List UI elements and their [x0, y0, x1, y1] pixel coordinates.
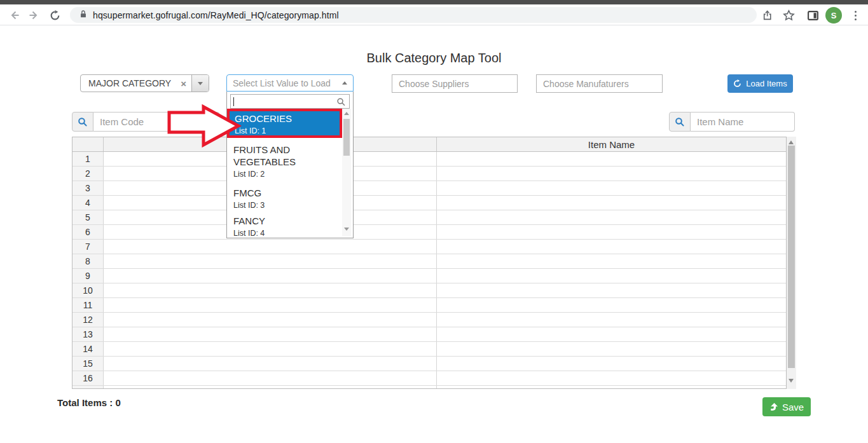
- save-label: Save: [782, 402, 804, 412]
- item-name-cell[interactable]: [437, 342, 786, 356]
- item-name-cell[interactable]: [437, 357, 786, 371]
- items-table: Item Code Item Name 12345678910111213141…: [72, 137, 787, 389]
- screen: hqsupermarket.gofrugal.com/RayMedi_HQ/ca…: [0, 0, 868, 443]
- dropdown-scrollbar[interactable]: [342, 109, 351, 236]
- item-code-cell[interactable]: [104, 342, 437, 356]
- dropdown-search-input[interactable]: [230, 94, 350, 109]
- table-scrollbar[interactable]: [787, 137, 796, 389]
- item-code-cell[interactable]: [104, 254, 437, 268]
- table-row[interactable]: 6: [72, 225, 786, 240]
- bookmark-star-icon[interactable]: [782, 8, 796, 22]
- list-value-select[interactable]: Select List Value to Load: [226, 74, 354, 92]
- row-number-cell: 2: [72, 167, 104, 181]
- share-icon[interactable]: [761, 8, 775, 22]
- option-list-id: List ID: 4: [233, 228, 336, 238]
- item-name-cell[interactable]: [437, 313, 786, 327]
- major-category-select[interactable]: MAJOR CATEGORY ×: [80, 74, 209, 92]
- item-name-cell[interactable]: [437, 254, 786, 268]
- item-code-cell[interactable]: [104, 269, 437, 283]
- table-row[interactable]: 7: [72, 240, 786, 254]
- suppliers-input[interactable]: [392, 74, 518, 93]
- chevron-down-icon[interactable]: [191, 75, 209, 92]
- table-row[interactable]: 11: [72, 298, 786, 313]
- item-name-input[interactable]: [691, 112, 795, 132]
- table-row[interactable]: 1: [72, 152, 786, 167]
- item-code-cell[interactable]: [104, 240, 437, 254]
- item-name-cell[interactable]: [437, 298, 786, 312]
- item-code-cell[interactable]: [104, 298, 437, 312]
- dropdown-option[interactable]: GROCERIESList ID: 1: [227, 109, 342, 138]
- menu-dots-icon[interactable]: [848, 8, 862, 22]
- address-bar[interactable]: hqsupermarket.gofrugal.com/RayMedi_HQ/ca…: [70, 7, 757, 23]
- row-number-cell: 14: [72, 342, 104, 356]
- url-text[interactable]: hqsupermarket.gofrugal.com/RayMedi_HQ/ca…: [93, 10, 339, 20]
- table-row[interactable]: 9: [72, 269, 786, 283]
- row-number-cell: 11: [72, 298, 104, 312]
- option-list-id: List ID: 2: [233, 169, 336, 180]
- save-button[interactable]: Save: [762, 397, 811, 416]
- item-name-cell[interactable]: [437, 181, 786, 195]
- item-name-cell[interactable]: [437, 371, 786, 385]
- item-name-cell[interactable]: [437, 210, 786, 224]
- item-name-cell[interactable]: [437, 327, 786, 341]
- manufacturers-input[interactable]: [536, 74, 663, 93]
- refresh-icon[interactable]: [48, 8, 62, 22]
- item-code-cell[interactable]: [104, 283, 437, 297]
- scroll-down-icon[interactable]: [789, 379, 794, 383]
- list-value-dropdown: GROCERIESList ID: 1FRUITS AND VEGETABLES…: [226, 92, 354, 238]
- table-row[interactable]: 13: [72, 327, 786, 342]
- table-row[interactable]: 10: [72, 283, 786, 298]
- annotation-arrow: [167, 104, 242, 149]
- clear-icon[interactable]: ×: [176, 78, 191, 89]
- table-row[interactable]: 15: [72, 357, 786, 371]
- option-name: FRUITS AND VEGETABLES: [233, 144, 336, 168]
- search-icon[interactable]: [72, 112, 93, 132]
- row-number-cell: 4: [72, 196, 104, 210]
- dropdown-option[interactable]: FMCGList ID: 3: [227, 184, 342, 214]
- reload-icon: [733, 79, 741, 88]
- search-icon[interactable]: [669, 112, 691, 132]
- table-row[interactable]: 5: [72, 210, 786, 225]
- avatar[interactable]: S: [825, 7, 842, 24]
- load-items-button[interactable]: Load Items: [727, 74, 793, 93]
- scroll-up-icon[interactable]: [789, 140, 794, 144]
- option-name: GROCERIES: [235, 112, 334, 125]
- item-name-cell[interactable]: [437, 240, 786, 254]
- table-row[interactable]: 3: [72, 181, 786, 196]
- row-number-cell: 9: [72, 269, 104, 283]
- item-code-cell[interactable]: [104, 327, 437, 341]
- item-name-cell[interactable]: [437, 283, 786, 297]
- side-panel-icon[interactable]: [806, 8, 820, 22]
- table-row[interactable]: 16: [72, 371, 786, 386]
- list-value-placeholder: Select List Value to Load: [233, 78, 342, 88]
- table-row[interactable]: 8: [72, 254, 786, 269]
- item-name-cell[interactable]: [437, 196, 786, 210]
- table-row-partial: [72, 386, 786, 389]
- scroll-up-icon[interactable]: [344, 112, 349, 115]
- back-icon[interactable]: [8, 8, 22, 22]
- dropdown-option[interactable]: FANCYList ID: 4: [227, 212, 342, 238]
- item-name-cell[interactable]: [437, 269, 786, 283]
- item-code-cell[interactable]: [104, 313, 437, 327]
- table-row[interactable]: 2: [72, 167, 786, 181]
- dropdown-option[interactable]: FRUITS AND VEGETABLESList ID: 2: [227, 141, 342, 182]
- table-row[interactable]: 14: [72, 342, 786, 357]
- scrollbar-thumb[interactable]: [343, 119, 350, 156]
- scroll-down-icon[interactable]: [344, 228, 349, 231]
- save-arrow-icon: [769, 402, 778, 411]
- item-code-cell[interactable]: [104, 357, 437, 371]
- table-row[interactable]: 4: [72, 196, 786, 210]
- row-number-cell: 5: [72, 210, 104, 224]
- item-code-cell[interactable]: [104, 371, 437, 385]
- item-name-cell[interactable]: [437, 167, 786, 181]
- scrollbar-thumb[interactable]: [788, 146, 795, 368]
- row-number-cell: 7: [72, 240, 104, 254]
- item-name-cell[interactable]: [437, 152, 786, 166]
- lock-icon[interactable]: [79, 9, 88, 22]
- row-number-cell: 13: [72, 327, 104, 341]
- item-name-cell[interactable]: [437, 225, 786, 239]
- forward-icon[interactable]: [27, 8, 41, 22]
- item-code-cell: [104, 386, 437, 389]
- row-number-header: [72, 137, 104, 151]
- table-row[interactable]: 12: [72, 313, 786, 327]
